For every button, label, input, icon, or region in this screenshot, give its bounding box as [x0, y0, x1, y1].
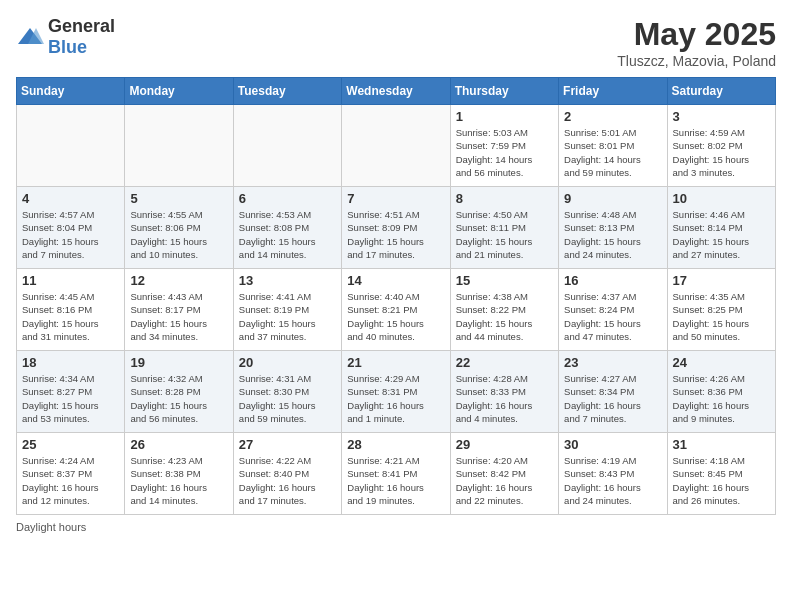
table-row: 8Sunrise: 4:50 AM Sunset: 8:11 PM Daylig…: [450, 187, 558, 269]
logo-icon: [16, 26, 44, 48]
day-info: Sunrise: 4:20 AM Sunset: 8:42 PM Dayligh…: [456, 454, 553, 507]
logo: General Blue: [16, 16, 115, 58]
day-number: 11: [22, 273, 119, 288]
table-row: 7Sunrise: 4:51 AM Sunset: 8:09 PM Daylig…: [342, 187, 450, 269]
day-number: 17: [673, 273, 770, 288]
day-info: Sunrise: 4:46 AM Sunset: 8:14 PM Dayligh…: [673, 208, 770, 261]
day-number: 19: [130, 355, 227, 370]
day-number: 5: [130, 191, 227, 206]
logo-text: General Blue: [48, 16, 115, 58]
day-number: 27: [239, 437, 336, 452]
table-row: 17Sunrise: 4:35 AM Sunset: 8:25 PM Dayli…: [667, 269, 775, 351]
footer: Daylight hours: [16, 521, 776, 533]
location-title: Tluszcz, Mazovia, Poland: [617, 53, 776, 69]
table-row: 23Sunrise: 4:27 AM Sunset: 8:34 PM Dayli…: [559, 351, 667, 433]
day-number: 13: [239, 273, 336, 288]
table-row: 13Sunrise: 4:41 AM Sunset: 8:19 PM Dayli…: [233, 269, 341, 351]
day-info: Sunrise: 4:23 AM Sunset: 8:38 PM Dayligh…: [130, 454, 227, 507]
day-number: 8: [456, 191, 553, 206]
table-row: 1Sunrise: 5:03 AM Sunset: 7:59 PM Daylig…: [450, 105, 558, 187]
day-info: Sunrise: 4:18 AM Sunset: 8:45 PM Dayligh…: [673, 454, 770, 507]
month-title: May 2025: [617, 16, 776, 53]
table-row: 27Sunrise: 4:22 AM Sunset: 8:40 PM Dayli…: [233, 433, 341, 515]
day-info: Sunrise: 4:59 AM Sunset: 8:02 PM Dayligh…: [673, 126, 770, 179]
day-number: 9: [564, 191, 661, 206]
table-row: 4Sunrise: 4:57 AM Sunset: 8:04 PM Daylig…: [17, 187, 125, 269]
table-row: 18Sunrise: 4:34 AM Sunset: 8:27 PM Dayli…: [17, 351, 125, 433]
day-info: Sunrise: 4:21 AM Sunset: 8:41 PM Dayligh…: [347, 454, 444, 507]
calendar-week-row: 1Sunrise: 5:03 AM Sunset: 7:59 PM Daylig…: [17, 105, 776, 187]
day-info: Sunrise: 4:53 AM Sunset: 8:08 PM Dayligh…: [239, 208, 336, 261]
col-thursday: Thursday: [450, 78, 558, 105]
day-info: Sunrise: 4:27 AM Sunset: 8:34 PM Dayligh…: [564, 372, 661, 425]
col-saturday: Saturday: [667, 78, 775, 105]
calendar-week-row: 4Sunrise: 4:57 AM Sunset: 8:04 PM Daylig…: [17, 187, 776, 269]
day-info: Sunrise: 4:28 AM Sunset: 8:33 PM Dayligh…: [456, 372, 553, 425]
col-sunday: Sunday: [17, 78, 125, 105]
table-row: [17, 105, 125, 187]
logo-blue: Blue: [48, 37, 87, 57]
day-number: 22: [456, 355, 553, 370]
day-number: 28: [347, 437, 444, 452]
day-info: Sunrise: 4:43 AM Sunset: 8:17 PM Dayligh…: [130, 290, 227, 343]
day-info: Sunrise: 4:50 AM Sunset: 8:11 PM Dayligh…: [456, 208, 553, 261]
table-row: 15Sunrise: 4:38 AM Sunset: 8:22 PM Dayli…: [450, 269, 558, 351]
col-tuesday: Tuesday: [233, 78, 341, 105]
title-block: May 2025 Tluszcz, Mazovia, Poland: [617, 16, 776, 69]
day-info: Sunrise: 4:31 AM Sunset: 8:30 PM Dayligh…: [239, 372, 336, 425]
table-row: 14Sunrise: 4:40 AM Sunset: 8:21 PM Dayli…: [342, 269, 450, 351]
day-info: Sunrise: 4:40 AM Sunset: 8:21 PM Dayligh…: [347, 290, 444, 343]
day-info: Sunrise: 4:19 AM Sunset: 8:43 PM Dayligh…: [564, 454, 661, 507]
table-row: 21Sunrise: 4:29 AM Sunset: 8:31 PM Dayli…: [342, 351, 450, 433]
day-number: 1: [456, 109, 553, 124]
day-info: Sunrise: 5:01 AM Sunset: 8:01 PM Dayligh…: [564, 126, 661, 179]
page-header: General Blue May 2025 Tluszcz, Mazovia, …: [16, 16, 776, 69]
table-row: 24Sunrise: 4:26 AM Sunset: 8:36 PM Dayli…: [667, 351, 775, 433]
day-number: 25: [22, 437, 119, 452]
daylight-label: Daylight hours: [16, 521, 86, 533]
day-number: 29: [456, 437, 553, 452]
table-row: [233, 105, 341, 187]
day-number: 12: [130, 273, 227, 288]
day-info: Sunrise: 4:26 AM Sunset: 8:36 PM Dayligh…: [673, 372, 770, 425]
day-number: 26: [130, 437, 227, 452]
table-row: 9Sunrise: 4:48 AM Sunset: 8:13 PM Daylig…: [559, 187, 667, 269]
calendar-header-row: Sunday Monday Tuesday Wednesday Thursday…: [17, 78, 776, 105]
table-row: 12Sunrise: 4:43 AM Sunset: 8:17 PM Dayli…: [125, 269, 233, 351]
table-row: 28Sunrise: 4:21 AM Sunset: 8:41 PM Dayli…: [342, 433, 450, 515]
day-number: 15: [456, 273, 553, 288]
calendar-body: 1Sunrise: 5:03 AM Sunset: 7:59 PM Daylig…: [17, 105, 776, 515]
day-info: Sunrise: 4:35 AM Sunset: 8:25 PM Dayligh…: [673, 290, 770, 343]
table-row: 31Sunrise: 4:18 AM Sunset: 8:45 PM Dayli…: [667, 433, 775, 515]
day-info: Sunrise: 4:57 AM Sunset: 8:04 PM Dayligh…: [22, 208, 119, 261]
day-info: Sunrise: 5:03 AM Sunset: 7:59 PM Dayligh…: [456, 126, 553, 179]
table-row: 10Sunrise: 4:46 AM Sunset: 8:14 PM Dayli…: [667, 187, 775, 269]
table-row: 20Sunrise: 4:31 AM Sunset: 8:30 PM Dayli…: [233, 351, 341, 433]
day-info: Sunrise: 4:34 AM Sunset: 8:27 PM Dayligh…: [22, 372, 119, 425]
day-info: Sunrise: 4:55 AM Sunset: 8:06 PM Dayligh…: [130, 208, 227, 261]
table-row: [125, 105, 233, 187]
col-monday: Monday: [125, 78, 233, 105]
day-number: 7: [347, 191, 444, 206]
day-number: 21: [347, 355, 444, 370]
col-wednesday: Wednesday: [342, 78, 450, 105]
day-number: 16: [564, 273, 661, 288]
day-number: 4: [22, 191, 119, 206]
table-row: 3Sunrise: 4:59 AM Sunset: 8:02 PM Daylig…: [667, 105, 775, 187]
day-number: 3: [673, 109, 770, 124]
table-row: 30Sunrise: 4:19 AM Sunset: 8:43 PM Dayli…: [559, 433, 667, 515]
day-number: 30: [564, 437, 661, 452]
logo-general: General: [48, 16, 115, 36]
day-number: 23: [564, 355, 661, 370]
day-number: 24: [673, 355, 770, 370]
day-info: Sunrise: 4:51 AM Sunset: 8:09 PM Dayligh…: [347, 208, 444, 261]
table-row: 6Sunrise: 4:53 AM Sunset: 8:08 PM Daylig…: [233, 187, 341, 269]
day-number: 6: [239, 191, 336, 206]
table-row: 2Sunrise: 5:01 AM Sunset: 8:01 PM Daylig…: [559, 105, 667, 187]
table-row: 19Sunrise: 4:32 AM Sunset: 8:28 PM Dayli…: [125, 351, 233, 433]
day-number: 20: [239, 355, 336, 370]
day-info: Sunrise: 4:24 AM Sunset: 8:37 PM Dayligh…: [22, 454, 119, 507]
day-number: 31: [673, 437, 770, 452]
table-row: 5Sunrise: 4:55 AM Sunset: 8:06 PM Daylig…: [125, 187, 233, 269]
day-number: 2: [564, 109, 661, 124]
